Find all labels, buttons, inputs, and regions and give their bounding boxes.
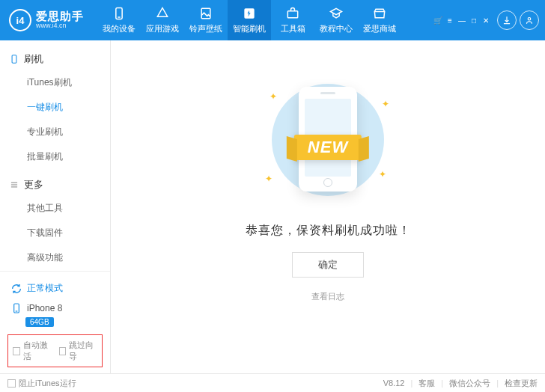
view-log-link[interactable]: 查看日志 xyxy=(311,291,344,302)
phone-small-icon xyxy=(10,302,22,314)
store-icon xyxy=(372,6,387,21)
nav-flash[interactable]: 智能刷机 xyxy=(228,0,271,40)
nav-label: 智能刷机 xyxy=(233,23,266,34)
checkbox-icon xyxy=(59,347,67,355)
checkbox-auto-activate[interactable]: 自动激活 xyxy=(13,340,52,362)
download-button[interactable] xyxy=(497,10,517,30)
checkbox-icon xyxy=(7,379,16,388)
sidebar: 刷机 iTunes刷机 一键刷机 专业刷机 批量刷机 更多 其他工具 下载固件 … xyxy=(0,40,111,373)
confirm-button[interactable]: 确定 xyxy=(292,252,364,278)
mode-switch[interactable]: 正常模式 xyxy=(7,278,103,299)
app-logo: i4 爱思助手 www.i4.cn xyxy=(9,9,84,31)
footer: 阻止iTunes运行 V8.12 | 客服 | 微信公众号 | 检查更新 xyxy=(0,373,545,392)
device-row[interactable]: iPhone 8 xyxy=(7,299,103,314)
wallpaper-icon xyxy=(198,6,213,21)
user-icon xyxy=(524,15,535,25)
main-nav: 我的设备 应用游戏 铃声壁纸 智能刷机 工具箱 教程中心 爱思商城 xyxy=(97,0,401,40)
logo-badge: i4 xyxy=(9,9,31,31)
svg-point-5 xyxy=(528,18,531,21)
nav-label: 教程中心 xyxy=(320,23,353,34)
close-icon[interactable]: ✕ xyxy=(481,15,491,25)
nav-label: 铃声壁纸 xyxy=(189,23,222,34)
device-capacity-badge: 64GB xyxy=(25,317,54,327)
nav-tutorial[interactable]: 教程中心 xyxy=(314,0,358,40)
refresh-icon xyxy=(10,283,22,295)
list-icon xyxy=(9,180,19,190)
options-highlight: 自动激活 跳过向导 xyxy=(7,334,103,367)
svg-rect-6 xyxy=(12,55,16,64)
sidebar-item-advanced[interactable]: 高级功能 xyxy=(0,245,110,270)
mode-label: 正常模式 xyxy=(27,282,63,295)
nav-label: 爱思商城 xyxy=(363,23,396,34)
header-right: 🛒 ≡ — □ ✕ xyxy=(433,10,539,30)
nav-tools[interactable]: 工具箱 xyxy=(271,0,314,40)
toolbox-icon xyxy=(285,6,300,21)
sidebar-item-itunes-flash[interactable]: iTunes刷机 xyxy=(0,70,110,95)
checkbox-label: 阻止iTunes运行 xyxy=(19,378,76,389)
new-ribbon: NEW xyxy=(294,135,362,160)
nav-label: 应用游戏 xyxy=(146,23,179,34)
group-title: 刷机 xyxy=(24,52,43,66)
brand-url: www.i4.cn xyxy=(36,22,84,30)
sidebar-item-batch-flash[interactable]: 批量刷机 xyxy=(0,144,110,169)
apps-icon xyxy=(155,6,170,21)
group-title: 更多 xyxy=(24,178,43,192)
phone-outline-icon xyxy=(9,54,19,64)
checkbox-skip-wizard[interactable]: 跳过向导 xyxy=(59,340,98,362)
download-icon xyxy=(502,15,512,25)
success-illustration: NEW ✦✦✦✦ xyxy=(253,76,403,203)
checkbox-block-itunes[interactable]: 阻止iTunes运行 xyxy=(7,378,76,389)
sidebar-item-oneclick-flash[interactable]: 一键刷机 xyxy=(0,95,110,120)
content-area: NEW ✦✦✦✦ 恭喜您，保资料刷机成功啦！ 确定 查看日志 xyxy=(111,40,545,373)
sidebar-group-flash[interactable]: 刷机 xyxy=(0,43,110,70)
maximize-icon[interactable]: □ xyxy=(469,15,479,25)
menu-icon[interactable]: ≡ xyxy=(445,15,455,25)
device-name: iPhone 8 xyxy=(27,303,62,313)
sidebar-item-pro-flash[interactable]: 专业刷机 xyxy=(0,120,110,144)
nav-label: 工具箱 xyxy=(281,23,305,34)
support-link[interactable]: 客服 xyxy=(418,378,435,389)
update-link[interactable]: 检查更新 xyxy=(505,378,538,389)
nav-store[interactable]: 爱思商城 xyxy=(358,0,401,40)
flash-icon xyxy=(242,6,257,21)
nav-device[interactable]: 我的设备 xyxy=(97,0,141,40)
app-header: i4 爱思助手 www.i4.cn 我的设备 应用游戏 铃声壁纸 智能刷机 工具… xyxy=(0,0,545,40)
phone-icon xyxy=(112,6,127,21)
user-button[interactable] xyxy=(520,10,539,30)
nav-label: 我的设备 xyxy=(103,23,136,34)
checkbox-icon xyxy=(13,347,20,355)
tutorial-icon xyxy=(329,6,344,21)
cart-icon[interactable]: 🛒 xyxy=(433,15,443,25)
sidebar-item-download-fw[interactable]: 下载固件 xyxy=(0,221,110,245)
svg-rect-4 xyxy=(287,11,297,18)
brand-name: 爱思助手 xyxy=(36,10,84,23)
sidebar-group-more[interactable]: 更多 xyxy=(0,169,110,196)
minimize-icon[interactable]: — xyxy=(457,15,467,25)
nav-ring[interactable]: 铃声壁纸 xyxy=(184,0,228,40)
checkbox-label: 跳过向导 xyxy=(69,340,97,362)
wechat-link[interactable]: 微信公众号 xyxy=(449,378,490,389)
checkbox-label: 自动激活 xyxy=(23,340,52,362)
sidebar-item-other-tools[interactable]: 其他工具 xyxy=(0,196,110,221)
version-label: V8.12 xyxy=(383,379,405,388)
success-message: 恭喜您，保资料刷机成功啦！ xyxy=(246,223,411,239)
nav-apps[interactable]: 应用游戏 xyxy=(141,0,184,40)
